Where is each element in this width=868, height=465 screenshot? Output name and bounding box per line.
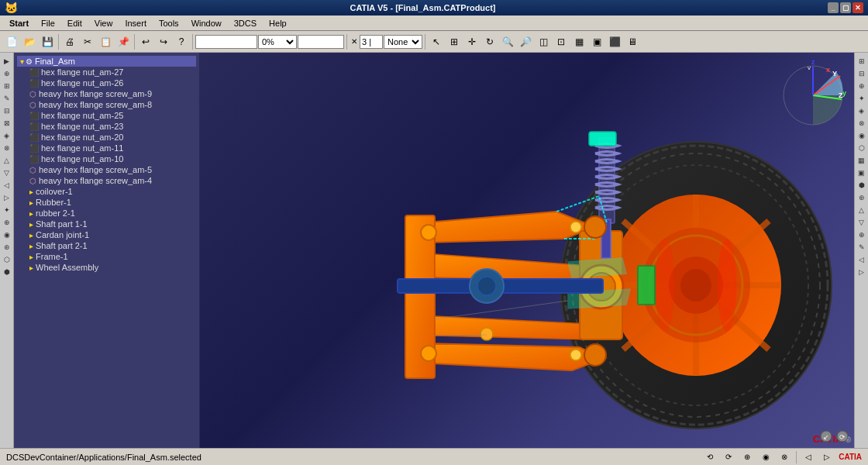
lsb-9[interactable]: △ xyxy=(2,155,12,166)
rsb-10[interactable]: ▣ xyxy=(856,167,867,178)
window-controls[interactable]: _ ▢ ✕ xyxy=(828,2,863,13)
status-btn-2[interactable]: ⟳ xyxy=(722,450,735,464)
restore-button[interactable]: ▢ xyxy=(840,2,851,13)
paste-button[interactable]: 📌 xyxy=(115,33,132,50)
zoom-btn[interactable]: ⊞ xyxy=(446,33,463,50)
menu-item-file[interactable]: File xyxy=(35,17,61,29)
tree-item[interactable]: ⬡ heavy hex flange screw_am-8 xyxy=(17,99,196,110)
lsb-5[interactable]: ⊟ xyxy=(2,105,12,116)
3d-viewport[interactable]: Y Z v x y z xyxy=(200,53,854,448)
lsb-13[interactable]: ✦ xyxy=(2,205,12,215)
tree-item[interactable]: ⬡ heavy hex flange screw_am-4 xyxy=(17,175,196,186)
view-button-3[interactable]: ⬛ xyxy=(606,33,623,50)
lsb-8[interactable]: ⊗ xyxy=(2,143,12,153)
zoom-area-button[interactable]: 🔎 xyxy=(517,33,534,50)
lsb-18[interactable]: ⬢ xyxy=(2,267,12,277)
rsb-14[interactable]: ▽ xyxy=(856,217,867,228)
rsb-2[interactable]: ⊟ xyxy=(856,68,867,79)
tree-root[interactable]: ▾ ⚙ Final_Asm xyxy=(17,56,196,67)
tree-item[interactable]: ▸ coilover-1 xyxy=(17,186,196,197)
none-dropdown[interactable]: None xyxy=(384,35,422,49)
rsb-12[interactable]: ⊛ xyxy=(856,192,867,203)
lsb-16[interactable]: ⊛ xyxy=(2,242,12,253)
lsb-4[interactable]: ✎ xyxy=(2,93,12,104)
range-input[interactable] xyxy=(298,35,344,49)
tree-item[interactable]: ▸ Wheel Assembly xyxy=(17,262,196,273)
cut-button[interactable]: ✂ xyxy=(79,33,96,50)
rotate-button[interactable]: ↻ xyxy=(481,33,498,50)
menu-item-start[interactable]: Start xyxy=(3,17,35,29)
status-btn-4[interactable]: ◉ xyxy=(759,450,773,464)
tree-item[interactable]: ▸ Frame-1 xyxy=(17,251,196,262)
rsb-5[interactable]: ◈ xyxy=(856,105,867,116)
lsb-11[interactable]: ◁ xyxy=(2,180,12,191)
view-button-2[interactable]: ▣ xyxy=(588,33,605,50)
lsb-3[interactable]: ⊞ xyxy=(2,81,12,91)
tree-item[interactable]: ▸ rubber 2-1 xyxy=(17,208,196,219)
tree-item[interactable]: ▸ Shaft part 2-1 xyxy=(17,240,196,251)
tree-item[interactable]: ▸ Cardan joint-1 xyxy=(17,229,196,240)
tree-item[interactable]: ⬛ hex flange nut_am-10 xyxy=(17,153,196,164)
rsb-1[interactable]: ⊞ xyxy=(856,56,867,67)
lsb-10[interactable]: ▽ xyxy=(2,167,12,178)
menu-item-view[interactable]: View xyxy=(88,17,119,29)
rsb-8[interactable]: ⬡ xyxy=(856,143,867,153)
rsb-7[interactable]: ◉ xyxy=(856,130,867,141)
rsb-11[interactable]: ⬢ xyxy=(856,180,867,191)
lsb-1[interactable]: ▶ xyxy=(2,56,12,67)
status-btn-1[interactable]: ⟲ xyxy=(703,450,717,464)
minimize-button[interactable]: _ xyxy=(828,2,839,13)
view-button-1[interactable]: ▦ xyxy=(570,33,587,50)
lsb-7[interactable]: ◈ xyxy=(2,130,12,141)
tree-item[interactable]: ⬛ hex flange nut_am-25 xyxy=(17,110,196,121)
print-button[interactable]: 🖨 xyxy=(61,33,78,50)
undo-button[interactable]: ↩ xyxy=(137,33,154,50)
rsb-16[interactable]: ✎ xyxy=(856,242,867,253)
status-btn-3[interactable]: ⊕ xyxy=(740,450,754,464)
lsb-12[interactable]: ▷ xyxy=(2,192,12,203)
close-button[interactable]: ✕ xyxy=(852,2,863,13)
help-button[interactable]: ? xyxy=(173,33,190,50)
tree-item[interactable]: ⬡ heavy hex flange screw_am-9 xyxy=(17,88,196,99)
tree-item[interactable]: ⬛ hex flange nut_am-23 xyxy=(17,121,196,132)
new-button[interactable]: 📄 xyxy=(3,33,20,50)
tree-item[interactable]: ▸ Rubber-1 xyxy=(17,197,196,208)
lsb-15[interactable]: ◉ xyxy=(2,229,12,240)
menu-item-help[interactable]: Help xyxy=(263,17,293,29)
rsb-4[interactable]: ✦ xyxy=(856,93,867,104)
rsb-3[interactable]: ⊕ xyxy=(856,81,867,91)
tree-item[interactable]: ⬛ hex flange nut_am-11 xyxy=(17,143,196,153)
rsb-6[interactable]: ⊗ xyxy=(856,118,867,129)
status-btn-7[interactable]: ▷ xyxy=(820,450,834,464)
rsb-15[interactable]: ⊕ xyxy=(856,229,867,240)
tree-item[interactable]: ⬛ hex flange nut_am-27 xyxy=(17,67,196,78)
rsb-17[interactable]: ◁ xyxy=(856,254,867,265)
object-input[interactable] xyxy=(195,35,257,49)
zoom-dropdown[interactable]: 0% xyxy=(258,35,297,49)
status-btn-5[interactable]: ⊗ xyxy=(777,450,791,464)
lsb-6[interactable]: ⊠ xyxy=(2,118,12,129)
pan-button[interactable]: ✛ xyxy=(463,33,480,50)
menu-item-3dcs[interactable]: 3DCS xyxy=(228,17,263,29)
menu-item-edit[interactable]: Edit xyxy=(61,17,88,29)
tree-item[interactable]: ⬡ heavy hex flange screw_am-5 xyxy=(17,164,196,175)
lsb-14[interactable]: ⊕ xyxy=(2,217,12,228)
rsb-18[interactable]: ▷ xyxy=(856,267,867,277)
menu-item-window[interactable]: Window xyxy=(185,17,228,29)
rsb-9[interactable]: ▦ xyxy=(856,155,867,166)
view-button-4[interactable]: 🖥 xyxy=(624,33,641,50)
lsb-17[interactable]: ⬡ xyxy=(2,254,12,265)
tree-item[interactable]: ⬛ hex flange nut_am-20 xyxy=(17,132,196,143)
step-input[interactable] xyxy=(360,35,383,49)
zoom-out-button[interactable]: ◫ xyxy=(535,33,552,50)
normal-view-button[interactable]: ⊡ xyxy=(553,33,570,50)
select-button[interactable]: ↖ xyxy=(428,33,445,50)
fit-all-button[interactable]: 🔍 xyxy=(499,33,516,50)
menu-item-insert[interactable]: Insert xyxy=(119,17,153,29)
menu-item-tools[interactable]: Tools xyxy=(153,17,185,29)
redo-button[interactable]: ↪ xyxy=(155,33,172,50)
copy-button[interactable]: 📋 xyxy=(97,33,114,50)
tree-item[interactable]: ▸ Shaft part 1-1 xyxy=(17,219,196,229)
lsb-2[interactable]: ⊕ xyxy=(2,68,12,79)
save-button[interactable]: 💾 xyxy=(39,33,56,50)
